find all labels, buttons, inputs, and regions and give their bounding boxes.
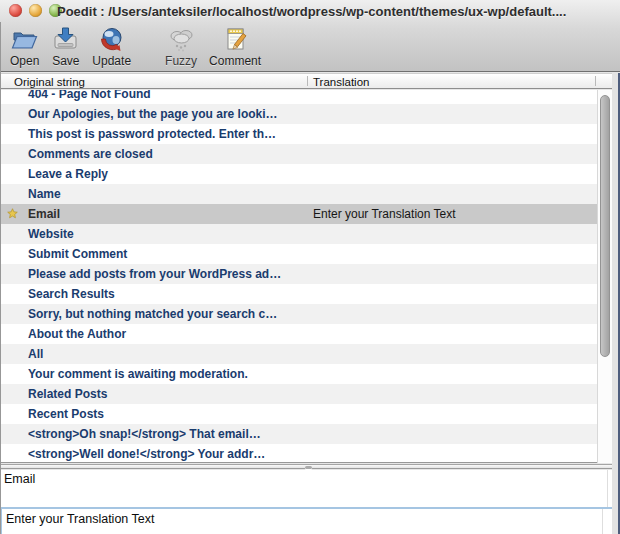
table-row[interactable]: Search Results xyxy=(1,284,598,304)
vertical-scrollbar[interactable] xyxy=(597,90,612,463)
splitter-grip-icon[interactable] xyxy=(305,466,312,469)
window-left-edge xyxy=(0,22,1,534)
table-row[interactable]: This post is password protected. Enter t… xyxy=(1,124,598,144)
table-row[interactable]: Sorry, but nothing matched your search c… xyxy=(1,304,598,324)
traffic-lights xyxy=(9,4,62,17)
close-button[interactable] xyxy=(9,4,22,17)
poedit-window: Poedit : /Users/anteksiler/localhost/wor… xyxy=(0,0,620,534)
original-string: Please add posts from your WordPress ad… xyxy=(28,264,281,284)
scrollbar-thumb[interactable] xyxy=(600,95,610,357)
translation-string: Enter your Translation Text xyxy=(313,204,456,224)
table-row[interactable]: Leave a Reply xyxy=(1,164,598,184)
fuzzy-button-label: Fuzzy xyxy=(165,54,197,68)
translation-input[interactable]: Enter your Translation Text xyxy=(0,507,615,534)
window-chrome: Poedit : /Users/anteksiler/localhost/wor… xyxy=(0,0,620,72)
list-header: Original string Translation xyxy=(1,73,612,89)
table-row[interactable]: Email Enter your Translation Text xyxy=(1,204,598,224)
titlebar[interactable]: Poedit : /Users/anteksiler/localhost/wor… xyxy=(0,0,620,22)
comment-button[interactable]: Comment xyxy=(209,25,261,68)
fuzzy-cloud-icon xyxy=(167,25,196,54)
save-button[interactable]: Save xyxy=(51,25,80,68)
table-row[interactable]: Website xyxy=(1,224,598,244)
original-string: All xyxy=(28,344,43,364)
open-folder-icon xyxy=(10,25,39,54)
table-row[interactable]: Our Apologies, but the page you are look… xyxy=(1,104,598,124)
open-button-label: Open xyxy=(10,54,39,68)
table-row[interactable]: About the Author xyxy=(1,324,598,344)
source-text-pane: Email xyxy=(0,470,618,507)
fuzzy-button[interactable]: Fuzzy xyxy=(165,25,197,68)
save-button-label: Save xyxy=(52,54,79,68)
pane-splitter[interactable] xyxy=(0,464,612,469)
table-row[interactable]: Related Posts xyxy=(1,384,598,404)
original-string: Sorry, but nothing matched your search c… xyxy=(28,304,277,324)
save-icon xyxy=(51,25,80,54)
original-string: <strong>Oh snap!</strong> That email… xyxy=(28,424,261,444)
table-row[interactable]: <strong>Oh snap!</strong> That email… xyxy=(1,424,598,444)
minimize-button[interactable] xyxy=(29,4,42,17)
column-header-translation[interactable]: Translation xyxy=(313,75,369,89)
original-string: Search Results xyxy=(28,284,115,304)
string-list[interactable]: 404 - Page Not Found Our Apologies, but … xyxy=(1,90,612,463)
column-divider[interactable] xyxy=(595,76,596,86)
original-string: Name xyxy=(28,184,61,204)
comment-button-label: Comment xyxy=(209,54,261,68)
original-string: 404 - Page Not Found xyxy=(28,90,151,104)
original-string: Related Posts xyxy=(28,384,107,404)
original-string: Comments are closed xyxy=(28,144,153,164)
table-row[interactable]: All xyxy=(1,344,598,364)
update-button-label: Update xyxy=(92,54,131,68)
window-title: Poedit : /Users/anteksiler/localhost/wor… xyxy=(57,0,566,23)
original-string: Your comment is awaiting moderation. xyxy=(28,364,248,384)
update-globe-icon xyxy=(97,25,126,54)
toolbar: Open Save xyxy=(0,22,620,68)
original-string: Recent Posts xyxy=(28,404,104,424)
table-row[interactable]: <strong>Well done!</strong> Your addr… xyxy=(1,444,598,463)
original-string: Email xyxy=(28,204,60,224)
fuzzy-star-icon xyxy=(7,208,18,219)
table-row[interactable]: Recent Posts xyxy=(1,404,598,424)
table-row[interactable]: Name xyxy=(1,184,598,204)
original-string: <strong>Well done!</strong> Your addr… xyxy=(28,444,265,463)
table-row[interactable]: Please add posts from your WordPress ad… xyxy=(1,264,598,284)
update-button[interactable]: Update xyxy=(92,25,131,68)
original-string: Our Apologies, but the page you are look… xyxy=(28,104,278,124)
original-string: This post is password protected. Enter t… xyxy=(28,124,276,144)
table-row[interactable]: Submit Comment xyxy=(1,244,598,264)
comment-note-icon xyxy=(221,25,250,54)
original-string: Website xyxy=(28,224,74,244)
table-row[interactable]: 404 - Page Not Found xyxy=(1,90,598,104)
column-divider[interactable] xyxy=(307,76,308,86)
original-string: Leave a Reply xyxy=(28,164,108,184)
original-string: Submit Comment xyxy=(28,244,127,264)
original-string: About the Author xyxy=(28,324,126,344)
table-row[interactable]: Your comment is awaiting moderation. xyxy=(1,364,598,384)
table-row[interactable]: Comments are closed xyxy=(1,144,598,164)
column-header-original[interactable]: Original string xyxy=(14,75,85,89)
open-button[interactable]: Open xyxy=(10,25,39,68)
